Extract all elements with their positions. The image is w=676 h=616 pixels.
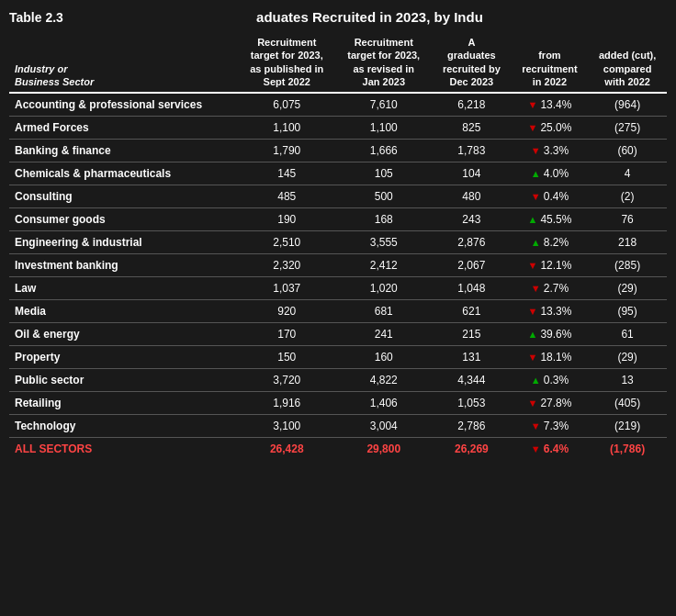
added-cell: 61 — [588, 323, 667, 346]
sector-name-cell: Technology — [9, 415, 238, 438]
sector-name-cell: Retailing — [9, 392, 238, 415]
col-header-jan2023: Recruitmenttarget for 2023,as revised in… — [335, 32, 432, 93]
recruitment-jan-cell: 29,800 — [335, 438, 432, 461]
title-row: Table 2.3 aduates Recruited in 2023, by … — [9, 9, 667, 25]
added-cell: (1,786) — [588, 438, 667, 461]
table-row: ALL SECTORS26,42829,80026,269▼ 6.4%(1,78… — [9, 438, 667, 461]
added-cell: (964) — [588, 93, 667, 117]
col-header-change: fromrecruitmentin 2022 — [512, 32, 589, 93]
table-id: Table 2.3 — [9, 10, 63, 25]
change-pct-cell: ▲ 4.0% — [512, 162, 589, 185]
recruitment-jan-cell: 1,020 — [335, 277, 432, 300]
sector-name-cell: Law — [9, 277, 238, 300]
table-title: aduates Recruited in 2023, by Indu — [73, 9, 667, 25]
table-row: Consulting485500480▼ 0.4%(2) — [9, 185, 667, 208]
table-row: Armed Forces1,1001,100825▼ 25.0%(275) — [9, 117, 667, 140]
recruitment-jan-cell: 681 — [335, 300, 432, 323]
added-cell: 13 — [588, 369, 667, 392]
recruitment-jan-cell: 1,406 — [335, 392, 432, 415]
table-container: Table 2.3 aduates Recruited in 2023, by … — [9, 9, 667, 460]
recruitment-sept-cell: 145 — [238, 162, 335, 185]
sector-name-cell: Chemicals & pharmaceuticals — [9, 162, 238, 185]
recruited-cell: 2,786 — [432, 415, 511, 438]
recruitment-jan-cell: 1,100 — [335, 117, 432, 140]
sector-name-cell: Media — [9, 300, 238, 323]
recruited-cell: 4,344 — [432, 369, 511, 392]
sector-name-cell: Public sector — [9, 369, 238, 392]
change-pct-cell: ▲ 8.2% — [512, 231, 589, 254]
added-cell: (285) — [588, 254, 667, 277]
recruited-cell: 825 — [432, 117, 511, 140]
recruitment-sept-cell: 3,100 — [238, 415, 335, 438]
sector-name-cell: Engineering & industrial — [9, 231, 238, 254]
change-pct-cell: ▲ 39.6% — [512, 323, 589, 346]
recruited-cell: 131 — [432, 346, 511, 369]
sector-name-cell: Armed Forces — [9, 117, 238, 140]
table-row: Media920681621▼ 13.3%(95) — [9, 300, 667, 323]
recruitment-jan-cell: 3,555 — [335, 231, 432, 254]
recruited-cell: 243 — [432, 208, 511, 231]
added-cell: 218 — [588, 231, 667, 254]
col-header-added: added (cut),comparedwith 2022 — [588, 32, 667, 93]
recruitment-sept-cell: 190 — [238, 208, 335, 231]
recruitment-jan-cell: 241 — [335, 323, 432, 346]
recruitment-sept-cell: 26,428 — [238, 438, 335, 461]
header-row: Industry orBusiness Sector Recruitmentta… — [9, 32, 667, 93]
recruitment-sept-cell: 920 — [238, 300, 335, 323]
table-row: Law1,0371,0201,048▼ 2.7%(29) — [9, 277, 667, 300]
recruitment-jan-cell: 105 — [335, 162, 432, 185]
added-cell: (60) — [588, 140, 667, 162]
recruitment-sept-cell: 485 — [238, 185, 335, 208]
recruited-cell: 1,048 — [432, 277, 511, 300]
sector-name-cell: Banking & finance — [9, 140, 238, 162]
sector-name-cell: Investment banking — [9, 254, 238, 277]
recruited-cell: 1,053 — [432, 392, 511, 415]
recruitment-sept-cell: 3,720 — [238, 369, 335, 392]
change-pct-cell: ▼ 27.8% — [512, 392, 589, 415]
table-row: Chemicals & pharmaceuticals145105104▲ 4.… — [9, 162, 667, 185]
recruitment-jan-cell: 160 — [335, 346, 432, 369]
recruitment-sept-cell: 170 — [238, 323, 335, 346]
recruitment-jan-cell: 500 — [335, 185, 432, 208]
recruitment-sept-cell: 2,510 — [238, 231, 335, 254]
col-header-sector: Industry orBusiness Sector — [9, 32, 238, 93]
sector-name-cell: Property — [9, 346, 238, 369]
recruitment-sept-cell: 1,916 — [238, 392, 335, 415]
table-row: Investment banking2,3202,4122,067▼ 12.1%… — [9, 254, 667, 277]
change-pct-cell: ▼ 12.1% — [512, 254, 589, 277]
change-pct-cell: ▼ 18.1% — [512, 346, 589, 369]
recruitment-sept-cell: 1,790 — [238, 140, 335, 162]
recruited-cell: 215 — [432, 323, 511, 346]
recruited-cell: 1,783 — [432, 140, 511, 162]
added-cell: 4 — [588, 162, 667, 185]
table-row: Technology3,1003,0042,786▼ 7.3%(219) — [9, 415, 667, 438]
table-row: Oil & energy170241215▲ 39.6%61 — [9, 323, 667, 346]
change-pct-cell: ▼ 25.0% — [512, 117, 589, 140]
change-pct-cell: ▲ 45.5% — [512, 208, 589, 231]
added-cell: 76 — [588, 208, 667, 231]
recruited-cell: 2,067 — [432, 254, 511, 277]
added-cell: (95) — [588, 300, 667, 323]
recruitment-jan-cell: 4,822 — [335, 369, 432, 392]
col-header-sept2022: Recruitmenttarget for 2023,as published … — [238, 32, 335, 93]
added-cell: (29) — [588, 277, 667, 300]
recruited-cell: 26,269 — [432, 438, 511, 461]
main-table: Industry orBusiness Sector Recruitmentta… — [9, 32, 667, 460]
sector-name-cell: Oil & energy — [9, 323, 238, 346]
table-row: Accounting & professional services6,0757… — [9, 93, 667, 117]
table-row: Consumer goods190168243▲ 45.5%76 — [9, 208, 667, 231]
change-pct-cell: ▼ 0.4% — [512, 185, 589, 208]
recruitment-jan-cell: 168 — [335, 208, 432, 231]
added-cell: (29) — [588, 346, 667, 369]
change-pct-cell: ▲ 0.3% — [512, 369, 589, 392]
recruited-cell: 621 — [432, 300, 511, 323]
recruitment-sept-cell: 150 — [238, 346, 335, 369]
recruitment-sept-cell: 2,320 — [238, 254, 335, 277]
recruitment-jan-cell: 3,004 — [335, 415, 432, 438]
recruitment-sept-cell: 6,075 — [238, 93, 335, 117]
table-row: Engineering & industrial2,5103,5552,876▲… — [9, 231, 667, 254]
table-row: Property150160131▼ 18.1%(29) — [9, 346, 667, 369]
added-cell: (219) — [588, 415, 667, 438]
sector-name-cell: Consumer goods — [9, 208, 238, 231]
table-row: Retailing1,9161,4061,053▼ 27.8%(405) — [9, 392, 667, 415]
